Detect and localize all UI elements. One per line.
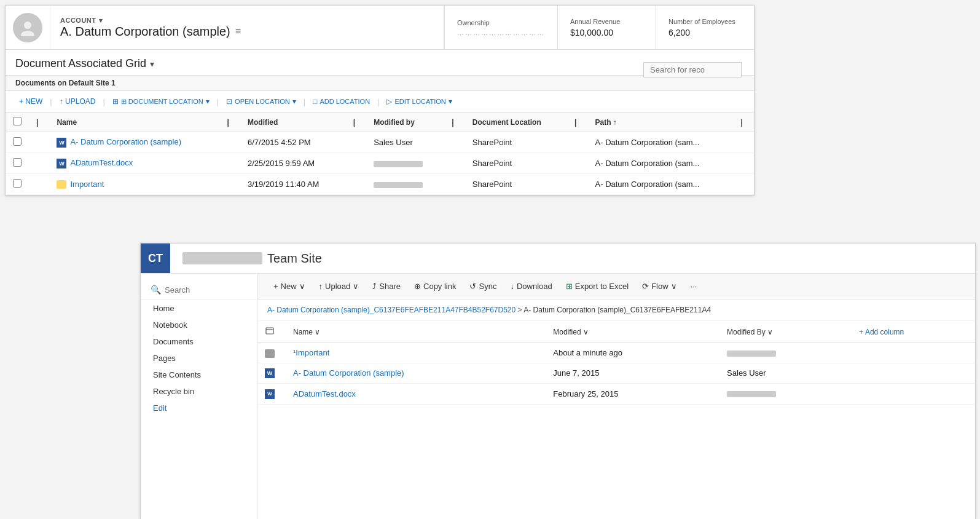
word-icon: W xyxy=(265,389,275,399)
col-sep-header: | xyxy=(29,113,49,132)
dag-toolbar: + NEW | ↑ UPLOAD | ⊞ ⊞ DOCUMENT LOCATION… xyxy=(6,91,754,113)
sp-logo: CT xyxy=(141,244,170,273)
sp-file-name-link[interactable]: A- Datum Corporation (sample) xyxy=(293,368,404,378)
sp-export-button[interactable]: ⊞ Export to Excel xyxy=(560,279,635,294)
path-cell: A- Datum Corporation (sam... xyxy=(588,132,734,153)
dag-dropdown-icon[interactable]: ▾ xyxy=(150,59,154,69)
sharepoint-panel: CT Team Site 🔍 HomeNotebookDocumentsPage… xyxy=(140,243,976,519)
path-cell: A- Datum Corporation (sam... xyxy=(588,174,734,195)
blurred-user xyxy=(374,161,423,167)
sp-new-button[interactable]: + New ∨ xyxy=(267,279,312,294)
annual-revenue-field: Annual Revenue $10,000.00 xyxy=(557,6,656,49)
employees-field: Number of Employees 6,200 xyxy=(656,6,754,49)
sp-search-input[interactable] xyxy=(165,285,247,295)
account-type-text: ACCOUNT xyxy=(60,17,96,24)
col-sep6: | xyxy=(733,113,754,132)
chevron-upload-icon: ∨ xyxy=(353,282,359,291)
sp-modified-cell: February 25, 2015 xyxy=(546,384,719,405)
ownership-value: …………………………… xyxy=(457,29,545,36)
hamburger-icon[interactable]: ≡ xyxy=(235,26,241,37)
sp-add-col-cell xyxy=(852,363,975,384)
col-sep4: | xyxy=(444,113,465,132)
blurred-user xyxy=(727,351,776,357)
select-all-checkbox[interactable] xyxy=(13,117,22,125)
sp-file-name-cell: ¹Important xyxy=(286,343,546,363)
sp-flow-button[interactable]: ⟳ Flow ∨ xyxy=(636,279,683,294)
file-name-link[interactable]: A- Datum Corporation (sample) xyxy=(70,137,181,146)
sp-breadcrumb: A- Datum Corporation (sample)_C6137E6FEA… xyxy=(257,299,975,321)
sp-download-button[interactable]: ↓ Download xyxy=(504,279,558,294)
sp-copy-link-button[interactable]: ⊕ Copy link xyxy=(408,279,462,294)
sp-nav-item-pages[interactable]: Pages xyxy=(141,350,257,366)
sp-col-modified-header[interactable]: Modified ∨ xyxy=(546,321,719,343)
sp-modified-by-cell xyxy=(719,343,852,363)
sp-file-icon-cell xyxy=(257,343,286,363)
employees-label: Number of Employees xyxy=(668,18,742,25)
sp-file-name-link[interactable]: ¹Important xyxy=(293,348,329,357)
table-row: Important3/19/2019 11:40 AM SharePointA-… xyxy=(6,174,754,195)
col-doc-location-header[interactable]: Document Location xyxy=(465,113,567,132)
doc-location-cell: SharePoint xyxy=(465,132,567,153)
sp-modified-by-cell xyxy=(719,384,852,405)
add-location-button[interactable]: □ ADD LOCATION xyxy=(307,95,376,108)
sp-search: 🔍 xyxy=(141,280,257,300)
sp-col-add-header[interactable]: + Add column xyxy=(852,321,975,343)
account-name-text: A. Datum Corporation (sample) xyxy=(60,25,230,39)
modified-by-cell xyxy=(366,174,444,195)
row-checkbox[interactable] xyxy=(13,158,22,167)
breadcrumb-part2: A- Datum Corporation (sample)_C6137E6FEA… xyxy=(523,306,711,314)
edit-location-button[interactable]: ▷ EDIT LOCATION ▾ xyxy=(380,95,458,108)
dropdown-icon[interactable]: ▾ xyxy=(99,17,103,25)
col-sep2: | xyxy=(220,113,240,132)
blurred-user xyxy=(727,391,776,397)
sp-add-col-cell xyxy=(852,384,975,405)
dag-search-input[interactable] xyxy=(643,62,742,77)
row-checkbox[interactable] xyxy=(13,179,22,188)
sp-upload-button[interactable]: ↑ Upload ∨ xyxy=(313,279,366,294)
sp-sync-button[interactable]: ↺ Sync xyxy=(463,279,503,294)
sp-nav-item-notebook[interactable]: Notebook xyxy=(141,317,257,333)
file-name-link[interactable]: Important xyxy=(70,180,104,189)
new-button[interactable]: + NEW xyxy=(13,95,49,108)
sp-table: Name ∨ Modified ∨ Modified By ∨ + Add co… xyxy=(257,321,975,405)
sp-more-button[interactable]: ··· xyxy=(684,279,704,294)
sp-nav-item-site-contents[interactable]: Site Contents xyxy=(141,366,257,383)
sp-modified-cell: June 7, 2015 xyxy=(546,363,719,384)
sp-nav-item-edit[interactable]: Edit xyxy=(141,400,257,416)
document-location-button[interactable]: ⊞ ⊞ DOCUMENT LOCATION ▾ xyxy=(106,95,216,108)
sp-file-icon-cell: W xyxy=(257,384,286,405)
sp-add-col-cell xyxy=(852,343,975,363)
word-icon: W xyxy=(57,138,66,148)
sp-sidebar: 🔍 HomeNotebookDocumentsPagesSite Content… xyxy=(141,274,257,519)
sp-nav-item-documents[interactable]: Documents xyxy=(141,333,257,350)
avatar xyxy=(13,13,42,42)
chevron-down-icon2: ▾ xyxy=(292,97,296,106)
sp-col-modified-by-header[interactable]: Modified By ∨ xyxy=(719,321,852,343)
modified-cell: 2/25/2015 9:59 AM xyxy=(240,153,346,174)
row-checkbox[interactable] xyxy=(13,137,22,146)
col-path-header[interactable]: Path ↑ xyxy=(588,113,734,132)
doc-location-cell: SharePoint xyxy=(465,174,567,195)
col-modified-header[interactable]: Modified xyxy=(240,113,346,132)
folder-icon xyxy=(265,349,275,358)
modified-cell: 6/7/2015 4:52 PM xyxy=(240,132,346,153)
sp-share-button[interactable]: ⤴ Share xyxy=(366,279,407,294)
open-location-button[interactable]: ⊡ OPEN LOCATION ▾ xyxy=(220,95,302,108)
col-modified-by-header[interactable]: Modified by xyxy=(366,113,444,132)
file-name-link[interactable]: ADatumTest.docx xyxy=(70,158,133,167)
sp-header: CT Team Site xyxy=(141,244,975,274)
sp-col-name-header[interactable]: Name ∨ xyxy=(286,321,546,343)
sp-nav-item-recycle-bin[interactable]: Recycle bin xyxy=(141,383,257,400)
sp-file-name-cell: A- Datum Corporation (sample) xyxy=(286,363,546,384)
sp-file-name-link[interactable]: ADatumTest.docx xyxy=(293,389,356,398)
sp-nav-item-home[interactable]: Home xyxy=(141,300,257,317)
chevron-down-icon: ▾ xyxy=(206,97,210,106)
col-name-header[interactable]: Name xyxy=(49,113,219,132)
modified-by-cell: Sales User xyxy=(366,132,444,153)
doc-location-cell: SharePoint xyxy=(465,153,567,174)
sp-main: + New ∨ ↑ Upload ∨ ⤴ Share ⊕ Copy link xyxy=(257,274,975,519)
upload-button[interactable]: ↑ UPLOAD xyxy=(53,95,102,108)
svg-point-0 xyxy=(24,22,31,29)
chevron-down-icon3: ▾ xyxy=(449,97,452,106)
breadcrumb-part1[interactable]: A- Datum Corporation (sample)_C6137E6FEA… xyxy=(267,306,515,314)
